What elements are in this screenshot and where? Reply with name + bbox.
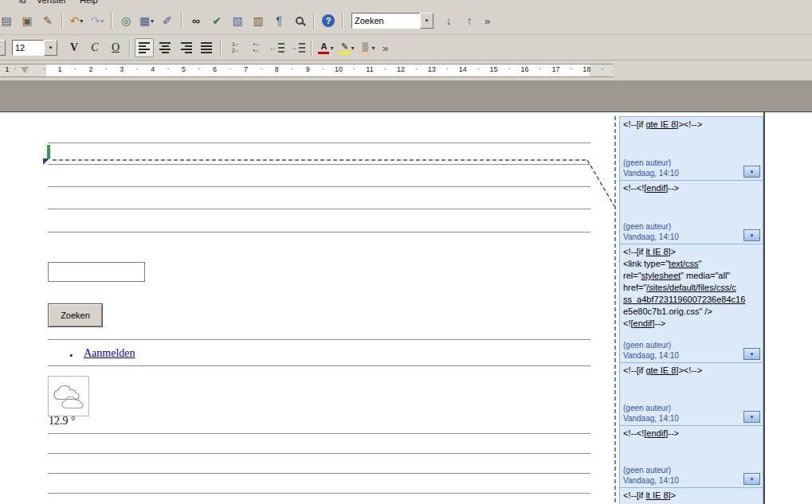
comment-timestamp: Vandaag, 14:10 <box>623 168 679 178</box>
toolbar-overflow-button[interactable]: » <box>382 42 387 54</box>
comment-text[interactable]: <!--<![endif]--> <box>620 426 763 441</box>
menu-item[interactable]: Help <box>80 0 98 5</box>
comment-menu-button[interactable]: ▼ <box>743 348 760 360</box>
menu-item[interactable]: ld <box>19 0 26 5</box>
standard-toolbar: ▤▣✎↶▾↷▾◎▦▾✐∞✔▧▥¶?▼↓↑» <box>0 7 812 35</box>
dropdown-arrow-icon[interactable]: ▾ <box>330 45 333 52</box>
document-text-field[interactable] <box>48 262 145 282</box>
ruler-strip[interactable]: 1·123456789101112131415161718···········… <box>0 64 614 77</box>
help-icon[interactable]: ? <box>319 11 338 30</box>
comments-panel: <!--[if gte IE 8]><!-->(geen auteur)Vand… <box>619 116 763 504</box>
chevron-down-icon: ▼ <box>750 477 755 482</box>
dropdown-arrow-icon[interactable]: ▾ <box>80 18 83 25</box>
font-color-button[interactable]: A▾ <box>316 38 335 57</box>
align-justify-button[interactable] <box>197 38 216 57</box>
bullet-list-button[interactable]: •— •— <box>246 38 265 57</box>
search-combobox: ▼ <box>351 13 433 29</box>
comment-text[interactable]: <!--[if lt IE 8]><link type="text/css"re… <box>620 244 763 331</box>
search-input[interactable] <box>351 13 420 29</box>
comment-menu-button[interactable]: ▼ <box>743 229 760 241</box>
comment[interactable]: <!--[if gte IE 8]><!-->(geen auteur)Vand… <box>619 116 763 181</box>
signin-link[interactable]: Aanmelden <box>84 347 135 360</box>
comment-text[interactable]: <!--<![endif]--> <box>620 181 763 196</box>
comment-meta: (geen auteur)Vandaag, 14:10 <box>623 403 679 424</box>
temperature-text: 12.9 ° <box>49 415 76 428</box>
dropdown-arrow-icon[interactable]: ▾ <box>151 18 154 25</box>
menu-item[interactable]: Venster <box>37 0 66 5</box>
comment[interactable]: <!--[if lt IE 8]> <box>619 487 763 504</box>
chevron-down-icon: ▼ <box>750 352 755 357</box>
show-draw-functions-icon[interactable]: ✐ <box>158 11 177 30</box>
redo-button[interactable]: ↷▾ <box>88 11 107 30</box>
formatting-marks-icon[interactable]: ¶ <box>269 11 288 30</box>
document-search-button[interactable]: Zoeken <box>48 303 103 327</box>
spellcheck-icon[interactable]: ✔ <box>207 11 226 30</box>
numbered-list-button[interactable]: 1— 2— <box>226 38 245 57</box>
comment-menu-button[interactable]: ▼ <box>743 411 760 423</box>
comment-menu-button[interactable]: ▼ <box>743 166 760 178</box>
writer-application-window: ldVensterHelp ▤▣✎↶▾↷▾◎▦▾✐∞✔▧▥¶?▼↓↑» ▼▼VC… <box>0 0 812 504</box>
font-size-dropdown-button[interactable]: ▼ <box>44 40 57 56</box>
comment-meta: (geen auteur)Vandaag, 14:10 <box>623 465 679 486</box>
highlight-color-button[interactable]: ✎▾ <box>337 38 356 57</box>
undo-button[interactable]: ↶▾ <box>67 11 86 30</box>
comment-text[interactable]: <!--[if gte IE 8]><!--> <box>620 363 763 378</box>
search-dropdown-button[interactable]: ▼ <box>420 13 433 29</box>
comment[interactable]: <!--<![endif]-->(geen auteur)Vandaag, 14… <box>619 425 763 488</box>
table-border <box>48 433 590 434</box>
find-previous-icon[interactable]: ↑ <box>460 11 479 30</box>
chevron-down-icon: ▼ <box>750 170 755 174</box>
insert-table-button[interactable]: ▦▾ <box>137 11 156 30</box>
font-name-combobox[interactable]: ▼ <box>0 40 6 56</box>
increase-indent-button[interactable]: → <box>288 38 307 57</box>
toolbar-separator <box>61 12 63 29</box>
zoom-icon[interactable] <box>290 11 309 30</box>
comment[interactable]: <!--[if gte IE 8]><!-->(geen auteur)Vand… <box>619 362 763 426</box>
dropdown-arrow-icon[interactable]: ▾ <box>371 45 375 52</box>
comment-timestamp: Vandaag, 14:10 <box>623 350 679 361</box>
clone-formatting-icon[interactable]: ✎ <box>38 11 57 30</box>
comment-text[interactable]: <!--[if lt IE 8]> <box>620 488 763 503</box>
gallery-icon[interactable]: ◎ <box>116 11 135 30</box>
align-right-button[interactable] <box>176 38 195 57</box>
paste-icon[interactable]: ▣ <box>18 11 37 30</box>
underline-button[interactable]: O <box>106 38 125 57</box>
align-center-button[interactable] <box>155 38 175 57</box>
copy-icon[interactable]: ▤ <box>0 11 16 30</box>
bold-button[interactable]: V <box>65 38 84 57</box>
comment-timestamp: Vandaag, 14:10 <box>623 413 679 424</box>
comment-anchor <box>47 145 50 158</box>
weather-cloud-image[interactable] <box>48 376 89 416</box>
comment-author: (geen auteur) <box>623 403 679 413</box>
italic-button[interactable]: C <box>85 38 104 57</box>
find-replace-icon[interactable]: ∞ <box>186 11 206 30</box>
comment-menu-button[interactable]: ▼ <box>743 473 760 485</box>
insert-image-icon[interactable]: ▧ <box>228 11 247 30</box>
dropdown-arrow-icon[interactable]: ▾ <box>100 18 104 25</box>
chevron-down-icon: ▼ <box>750 415 755 420</box>
font-name-dropdown-button[interactable]: ▼ <box>0 40 6 56</box>
dropdown-arrow-icon[interactable]: ▾ <box>351 45 354 52</box>
align-left-button[interactable] <box>135 38 154 57</box>
font-size-input[interactable] <box>12 40 44 56</box>
table-border <box>48 473 590 474</box>
insert-frame-icon[interactable]: ▥ <box>249 11 268 30</box>
decrease-indent-button[interactable]: ← <box>267 38 286 57</box>
indent-arrow-icon: → <box>290 44 298 52</box>
menu-bar: ldVensterHelp <box>0 0 812 7</box>
comment-author: (geen auteur) <box>623 158 679 168</box>
toolbar-separator <box>129 39 131 57</box>
comments-margin-edge <box>763 111 765 504</box>
toolbar-overflow-button[interactable]: » <box>484 15 489 27</box>
comment-text[interactable]: <!--[if gte IE 8]><!--> <box>620 117 763 132</box>
formatting-toolbar: ▼▼VCO1— 2—•— •—←→A▾✎▾▒▾» <box>0 36 812 61</box>
document-workspace: Zoeken • Aanmelden 12.9 ° <!--[if gte IE… <box>0 80 812 504</box>
toolbar-separator <box>181 12 182 29</box>
table-border <box>48 493 590 494</box>
comment[interactable]: <!--[if lt IE 8]><link type="text/css"re… <box>619 244 763 363</box>
horizontal-ruler: 1·123456789101112131415161718···········… <box>0 61 812 80</box>
background-color-button[interactable]: ▒▾ <box>358 38 377 57</box>
find-next-icon[interactable]: ↓ <box>439 11 458 30</box>
comment[interactable]: <!--<![endif]-->(geen auteur)Vandaag, 14… <box>619 180 763 244</box>
first-line-indent-marker[interactable] <box>21 67 29 73</box>
